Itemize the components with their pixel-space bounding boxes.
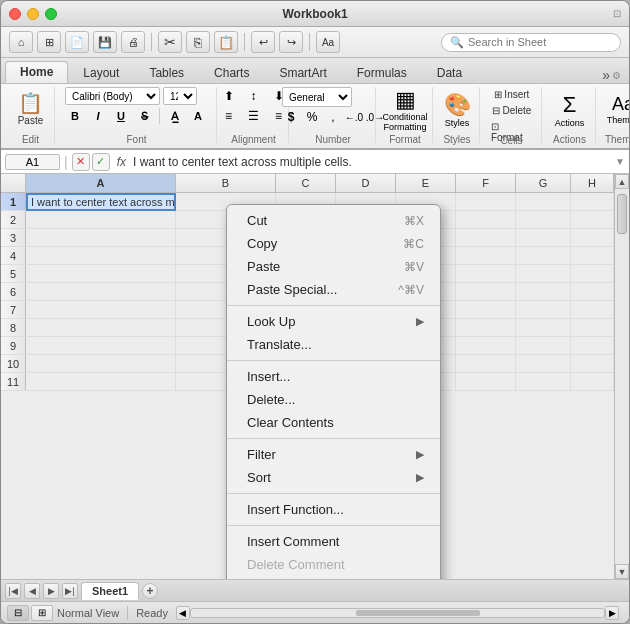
cell-F7[interactable] (456, 301, 516, 319)
toolbar-redo-btn[interactable]: ↪ (279, 31, 303, 53)
col-header-D[interactable]: D (336, 174, 396, 192)
cell-G11[interactable] (516, 373, 571, 391)
toolbar-copy-btn[interactable]: ⎘ (186, 31, 210, 53)
cell-A4[interactable] (26, 247, 176, 265)
add-sheet-button[interactable]: + (142, 583, 158, 599)
cell-H10[interactable] (571, 355, 614, 373)
cell-G5[interactable] (516, 265, 571, 283)
corner-cell[interactable] (1, 174, 26, 192)
tab-data[interactable]: Data (422, 61, 477, 83)
menu-item-clear-contents[interactable]: Clear Contents (227, 411, 440, 434)
cell-G7[interactable] (516, 301, 571, 319)
sheet-nav-last[interactable]: ▶| (62, 583, 78, 599)
col-header-C[interactable]: C (276, 174, 336, 192)
align-top-btn[interactable]: ⬆ (218, 87, 240, 105)
align-center-btn[interactable]: ☰ (243, 107, 265, 125)
decrease-decimal-btn[interactable]: ←.0 (345, 109, 363, 125)
menu-item-insert-comment[interactable]: Insert Comment (227, 530, 440, 553)
close-button[interactable] (9, 8, 21, 20)
toolbar-newfile-btn[interactable]: 📄 (65, 31, 89, 53)
cell-H2[interactable] (571, 211, 614, 229)
h-scroll-right-btn[interactable]: ▶ (605, 606, 619, 620)
menu-item-translate[interactable]: Translate... (227, 333, 440, 356)
cell-A9[interactable] (26, 337, 176, 355)
font-size-select[interactable]: 12 (163, 87, 197, 105)
cell-F8[interactable] (456, 319, 516, 337)
page-layout-view-btn[interactable]: ⊞ (31, 605, 53, 621)
row-header-5[interactable]: 5 (1, 265, 26, 282)
confirm-formula-btn[interactable]: ✓ (92, 153, 110, 171)
strikethrough-button[interactable]: S̶ (134, 107, 154, 125)
tab-layout[interactable]: Layout (68, 61, 134, 83)
toolbar-cut-btn[interactable]: ✂ (158, 31, 182, 53)
row-header-7[interactable]: 7 (1, 301, 26, 318)
toolbar-save-btn[interactable]: 💾 (93, 31, 117, 53)
tab-tables[interactable]: Tables (134, 61, 199, 83)
menu-item-filter[interactable]: Filter ▶ (227, 443, 440, 466)
sheet-nav-prev[interactable]: ◀ (24, 583, 40, 599)
toolbar-paste-btn[interactable]: 📋 (214, 31, 238, 53)
row-header-3[interactable]: 3 (1, 229, 26, 246)
font-name-select[interactable]: Calibri (Body) (65, 87, 160, 105)
percent-btn[interactable]: % (303, 109, 321, 125)
cancel-formula-btn[interactable]: ✕ (72, 153, 90, 171)
cell-reference-input[interactable] (5, 154, 60, 170)
col-header-G[interactable]: G (516, 174, 571, 192)
underline-button[interactable]: U (111, 107, 131, 125)
row-header-4[interactable]: 4 (1, 247, 26, 264)
cell-F2[interactable] (456, 211, 516, 229)
highlight-button[interactable]: A̲ (165, 107, 185, 125)
row-header-9[interactable]: 9 (1, 337, 26, 354)
row-header-11[interactable]: 11 (1, 373, 26, 390)
cell-A8[interactable] (26, 319, 176, 337)
align-left-btn[interactable]: ≡ (218, 107, 240, 125)
cell-A7[interactable] (26, 301, 176, 319)
toolbar-format-btn[interactable]: Aa (316, 31, 340, 53)
toolbar-undo-btn[interactable]: ↩ (251, 31, 275, 53)
cell-F1[interactable] (456, 193, 516, 211)
cell-H9[interactable] (571, 337, 614, 355)
menu-item-insert-function[interactable]: Insert Function... (227, 498, 440, 521)
ribbon-more-btn[interactable]: » ⚙ (598, 67, 625, 83)
conditional-formatting-button[interactable]: ▦ ConditionalFormatting (383, 88, 427, 132)
menu-item-paste[interactable]: Paste ⌘V (227, 255, 440, 278)
cell-G10[interactable] (516, 355, 571, 373)
col-header-E[interactable]: E (396, 174, 456, 192)
cell-A10[interactable] (26, 355, 176, 373)
row-header-10[interactable]: 10 (1, 355, 26, 372)
sheet-nav-next[interactable]: ▶ (43, 583, 59, 599)
tab-formulas[interactable]: Formulas (342, 61, 422, 83)
col-header-A[interactable]: A (26, 174, 176, 192)
font-color-button[interactable]: A (188, 107, 208, 125)
search-input[interactable] (468, 36, 612, 48)
formula-input[interactable] (133, 155, 611, 169)
col-header-F[interactable]: F (456, 174, 516, 192)
cell-H7[interactable] (571, 301, 614, 319)
cell-F10[interactable] (456, 355, 516, 373)
toolbar-print-btn[interactable]: 🖨 (121, 31, 145, 53)
toolbar-grid-btn[interactable]: ⊞ (37, 31, 61, 53)
vertical-scrollbar[interactable]: ▲ ▼ (614, 174, 629, 579)
minimize-button[interactable] (27, 8, 39, 20)
cell-F11[interactable] (456, 373, 516, 391)
menu-item-insert[interactable]: Insert... (227, 365, 440, 388)
tab-smartart[interactable]: SmartArt (264, 61, 341, 83)
menu-item-cut[interactable]: Cut ⌘X (227, 209, 440, 232)
cell-A1[interactable]: I want to center text across multiple ce… (26, 193, 176, 211)
cell-H6[interactable] (571, 283, 614, 301)
cell-F5[interactable] (456, 265, 516, 283)
normal-view-btn[interactable]: ⊟ (7, 605, 29, 621)
col-header-H[interactable]: H (571, 174, 614, 192)
h-scroll-thumb[interactable] (356, 610, 480, 616)
actions-button[interactable]: Σ Actions (548, 88, 592, 132)
format-cells-btn[interactable]: ⊡ Format (488, 119, 535, 133)
italic-button[interactable]: I (88, 107, 108, 125)
scroll-down-btn[interactable]: ▼ (615, 564, 629, 579)
scroll-thumb[interactable] (617, 194, 627, 234)
menu-item-sort[interactable]: Sort ▶ (227, 466, 440, 489)
cell-H5[interactable] (571, 265, 614, 283)
paste-button[interactable]: 📋 Paste (14, 88, 48, 132)
cell-H3[interactable] (571, 229, 614, 247)
menu-item-paste-special[interactable]: Paste Special... ^⌘V (227, 278, 440, 301)
align-middle-btn[interactable]: ↕ (243, 87, 265, 105)
